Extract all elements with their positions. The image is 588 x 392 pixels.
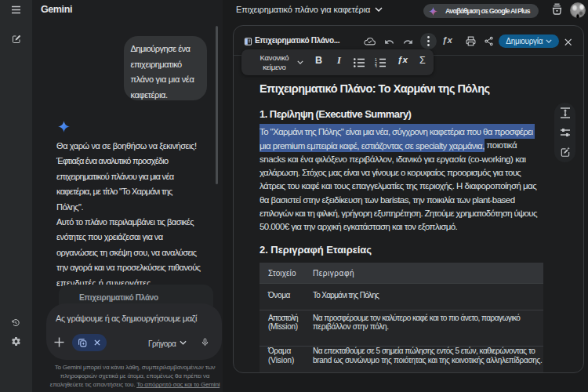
- svg-text:3: 3: [375, 64, 377, 67]
